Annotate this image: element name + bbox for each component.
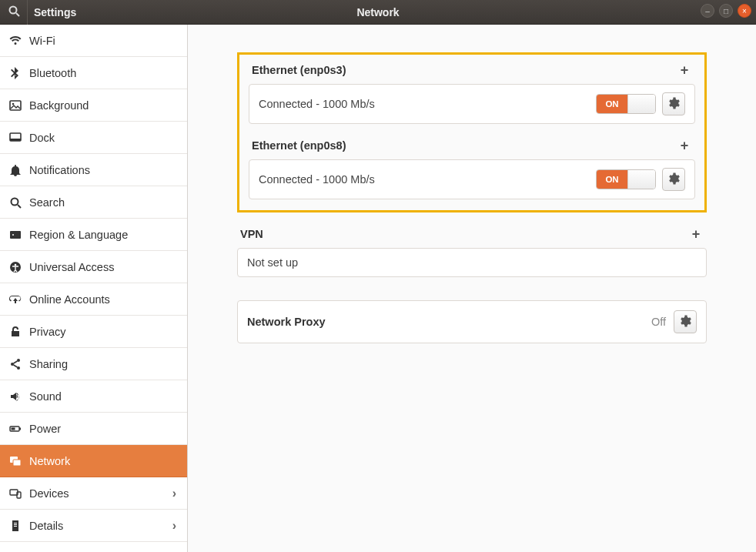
sidebar-item-label: Sound — [29, 390, 62, 403]
ethernet-connection-row: Connected - 1000 Mb/s ON — [249, 84, 695, 124]
devices-icon — [9, 487, 29, 500]
background-icon — [9, 99, 29, 112]
add-ethernet-button[interactable]: + — [677, 138, 692, 153]
svg-rect-15 — [12, 427, 15, 430]
svg-point-7 — [12, 234, 14, 236]
svg-rect-21 — [14, 523, 17, 524]
ethernet-settings-button[interactable] — [662, 92, 685, 115]
sidebar-item-label: Power — [29, 423, 61, 435]
close-button[interactable]: × — [738, 4, 751, 18]
toggle-on-label: ON — [597, 95, 627, 113]
network-proxy-row: Network Proxy Off — [237, 300, 707, 343]
ethernet-highlight-box: Ethernet (enp0s3) + Connected - 1000 Mb/… — [237, 52, 707, 212]
sidebar-item-label: Network — [29, 455, 70, 467]
power-icon — [9, 423, 29, 435]
vpn-status: Not set up — [247, 256, 697, 269]
connection-status: Connected - 1000 Mb/s — [259, 173, 596, 186]
minimize-button[interactable]: – — [701, 4, 714, 18]
sidebar-item-background[interactable]: Background — [0, 89, 187, 122]
vpn-section: VPN + Not set up — [237, 226, 707, 277]
sidebar-item-notifications[interactable]: Notifications — [0, 154, 187, 186]
gear-icon — [667, 97, 680, 112]
share-icon — [9, 358, 29, 370]
sidebar-item-label: Region & Language — [29, 229, 128, 241]
add-ethernet-button[interactable]: + — [677, 62, 692, 78]
sidebar-item-sharing[interactable]: Sharing — [0, 348, 187, 380]
ethernet-toggle[interactable]: ON — [596, 169, 656, 189]
sidebar: Wi-FiBluetoothBackgroundDockNotification… — [0, 25, 188, 552]
svg-point-2 — [12, 102, 15, 105]
vpn-status-row: Not set up — [237, 248, 707, 277]
search-icon — [8, 5, 20, 20]
plus-icon: + — [681, 62, 689, 79]
sidebar-item-search[interactable]: Search — [0, 186, 187, 219]
svg-rect-4 — [10, 139, 21, 141]
sidebar-item-label: Background — [29, 99, 89, 112]
maximize-icon: □ — [724, 7, 728, 15]
proxy-state: Off — [651, 316, 666, 328]
chevron-right-icon: › — [172, 519, 176, 533]
vpn-title: VPN — [240, 228, 263, 240]
dock-icon — [9, 132, 29, 144]
svg-rect-6 — [10, 231, 21, 239]
svg-rect-1 — [10, 101, 21, 110]
ethernet-connection-row: Connected - 1000 Mb/s ON — [249, 159, 695, 199]
toggle-knob — [627, 95, 655, 113]
toggle-on-label: ON — [597, 170, 627, 189]
ethernet-title: Ethernet (enp0s3) — [252, 64, 346, 76]
network-icon — [9, 455, 29, 467]
svg-point-9 — [15, 263, 17, 266]
sidebar-item-bluetooth[interactable]: Bluetooth — [0, 57, 187, 89]
gear-icon — [679, 315, 691, 330]
svg-rect-22 — [14, 524, 17, 525]
maximize-button[interactable]: □ — [719, 4, 733, 18]
sidebar-item-label: Devices — [29, 487, 69, 500]
titlebar-search-button[interactable] — [0, 0, 28, 25]
sidebar-item-label: Search — [29, 196, 65, 209]
sidebar-item-wi-fi[interactable]: Wi-Fi — [0, 25, 187, 57]
sidebar-item-label: Bluetooth — [29, 67, 76, 79]
details-icon — [9, 520, 29, 532]
sound-icon — [9, 390, 29, 403]
sidebar-item-universal-access[interactable]: Universal Access — [0, 251, 187, 283]
titlebar: Settings Network – □ × — [0, 0, 756, 25]
sidebar-item-label: Notifications — [29, 164, 90, 176]
access-icon — [9, 261, 29, 273]
sidebar-item-online-accounts[interactable]: Online Accounts — [0, 283, 187, 316]
svg-rect-17 — [13, 460, 21, 466]
privacy-icon — [9, 326, 29, 338]
svg-point-0 — [9, 6, 16, 13]
sidebar-item-label: Online Accounts — [29, 293, 110, 306]
sidebar-item-dock[interactable]: Dock — [0, 122, 187, 154]
sidebar-item-devices[interactable]: Devices› — [0, 477, 187, 510]
sidebar-item-details[interactable]: Details› — [0, 510, 187, 542]
bell-icon — [9, 164, 29, 176]
wifi-icon — [9, 35, 29, 47]
svg-rect-23 — [14, 526, 17, 527]
sidebar-item-privacy[interactable]: Privacy — [0, 316, 187, 348]
app-title: Settings — [28, 6, 188, 18]
online-icon — [9, 293, 29, 306]
bluetooth-icon — [9, 67, 29, 79]
sidebar-item-sound[interactable]: Sound — [0, 380, 187, 413]
ethernet-title: Ethernet (enp0s8) — [252, 139, 346, 152]
ethernet-settings-button[interactable] — [662, 168, 685, 191]
add-vpn-button[interactable]: + — [688, 226, 704, 242]
minimize-icon: – — [705, 7, 710, 15]
sidebar-item-network[interactable]: Network — [0, 445, 187, 477]
plus-icon: + — [681, 138, 689, 154]
connection-status: Connected - 1000 Mb/s — [259, 98, 596, 110]
sidebar-item-label: Sharing — [29, 358, 68, 370]
svg-rect-14 — [19, 427, 21, 430]
main-panel: Ethernet (enp0s3) + Connected - 1000 Mb/… — [188, 25, 756, 552]
svg-point-5 — [12, 198, 18, 205]
ethernet-section-0: Ethernet (enp0s3) + Connected - 1000 Mb/… — [249, 62, 695, 124]
ethernet-toggle[interactable]: ON — [596, 94, 656, 114]
toggle-knob — [627, 170, 655, 189]
window-controls: – □ × — [701, 4, 751, 18]
proxy-settings-button[interactable] — [674, 310, 697, 333]
sidebar-item-region-language[interactable]: Region & Language — [0, 219, 187, 251]
search-icon — [9, 196, 29, 209]
sidebar-item-power[interactable]: Power — [0, 413, 187, 445]
chevron-right-icon: › — [172, 487, 176, 500]
